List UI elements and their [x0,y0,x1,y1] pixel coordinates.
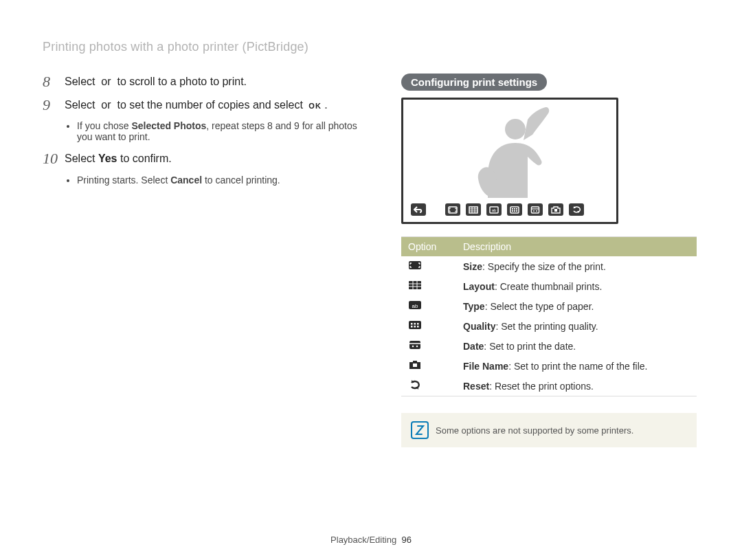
table-row: Reset: Reset the print options. [401,376,697,396]
svg-rect-10 [512,208,513,210]
text: to confirm. [117,153,172,164]
svg-rect-1 [449,207,457,213]
svg-rect-13 [512,210,513,212]
table-row: Quality: Set the printing quality. [401,316,697,336]
bold-text: Selected Photos [131,120,206,131]
option-desc: : Set to print the name of the file. [508,361,647,372]
svg-point-0 [505,119,526,139]
svg-rect-20 [554,209,557,212]
option-desc: : Select the type of paper. [485,301,594,312]
option-label: Quality [463,321,495,332]
ok-button-label: OK [306,102,324,111]
svg-rect-14 [514,210,515,212]
text: . [324,99,327,111]
table-header-description: Description [456,237,697,257]
layout-icon[interactable] [466,203,481,216]
filename-icon[interactable] [548,203,563,216]
option-desc: : Set the printing quality. [495,321,598,332]
svg-rect-2 [469,207,477,213]
table-row: Size: Specify the size of the print. [401,256,697,276]
reset-icon [408,379,422,390]
date-icon[interactable] [528,203,543,216]
option-label: Reset [463,381,489,392]
note-text: Some options are not supported by some p… [436,425,633,436]
left-column: 8 Select or to scroll to a photo to prin… [43,74,363,447]
svg-rect-16 [532,207,539,213]
svg-text:ab: ab [492,208,497,212]
text: If you chose [77,120,131,131]
option-label: Date [463,341,484,352]
text: or [98,99,114,111]
back-icon[interactable] [411,203,426,216]
text: Printing starts. Select [77,175,170,186]
text: Select [65,153,98,164]
option-desc: : Specify the size of the print. [482,261,606,272]
svg-rect-32 [417,323,419,325]
page-title: Printing photos with a photo printer (Pi… [43,40,699,54]
camera-preview: ab [405,102,614,220]
quality-icon[interactable] [507,203,522,216]
svg-rect-35 [417,326,419,328]
silhouette-icon [467,107,570,198]
note-box: Some options are not supported by some p… [401,413,697,447]
svg-rect-33 [411,326,413,328]
step-number: 9 [43,97,58,113]
table-header-option: Option [401,237,456,257]
text: or [98,76,114,87]
step-8: 8 Select or to scroll to a photo to prin… [43,74,363,90]
svg-point-18 [533,210,535,212]
step-body: Select or to set the number of copies an… [65,97,328,113]
text: Select [65,99,98,111]
size-icon [408,260,422,271]
svg-rect-21 [409,261,421,269]
step-9: 9 Select or to set the number of copies … [43,97,363,113]
quality-icon [408,320,422,331]
preview-toolbar: ab [408,202,611,217]
svg-text:ab: ab [412,303,418,309]
step-number: 10 [43,150,58,167]
step-10: 10 Select Yes to confirm. [43,150,363,167]
svg-rect-29 [409,321,421,329]
date-icon [408,339,422,350]
bullet: Printing starts. Select Cancel to cancel… [77,175,363,186]
page-footer: Playback/Editing 96 [0,535,742,545]
layout-icon [408,280,422,291]
svg-rect-30 [411,323,413,325]
table-row: Layout: Create thumbnail prints. [401,276,697,296]
text: to cancel printing. [202,175,280,186]
svg-rect-11 [514,208,515,210]
camera-preview-frame: ab [401,98,618,224]
svg-rect-40 [413,363,417,367]
bullet: If you chose Selected Photos, repeat ste… [77,120,363,142]
option-desc: : Reset the print options. [489,381,594,392]
type-icon[interactable]: ab [486,203,502,216]
table-row: File Name: Set to print the name of the … [401,356,697,376]
right-column: Configuring print settings [401,74,697,447]
text: Select [65,76,98,87]
text: to set the number of copies and select [114,99,306,111]
step-9-substeps: If you chose Selected Photos, repeat ste… [65,120,363,142]
footer-page-number: 96 [401,535,411,545]
footer-section: Playback/Editing [330,535,396,545]
option-label: Type [463,301,485,312]
step-body: Select or to scroll to a photo to print. [65,74,247,90]
svg-point-38 [412,346,414,348]
reset-icon[interactable] [569,203,584,216]
size-icon[interactable] [445,203,460,216]
svg-rect-12 [516,208,517,210]
option-label: Layout [463,281,495,292]
option-label: Size [463,261,482,272]
option-desc: : Set to print the date. [484,341,576,352]
table-row: Date: Set to print the date. [401,336,697,356]
table-row: ab Type: Select the type of paper. [401,296,697,316]
bold-text: Cancel [170,175,202,186]
bold-text: Yes [98,153,117,164]
section-heading-pill: Configuring print settings [401,74,547,91]
svg-rect-36 [409,341,420,349]
text: to scroll to a photo to print. [114,76,247,87]
note-info-icon [411,421,429,439]
svg-point-19 [536,210,537,212]
svg-rect-34 [414,326,416,328]
svg-point-39 [416,346,418,348]
step-body: Select Yes to confirm. [65,150,172,167]
